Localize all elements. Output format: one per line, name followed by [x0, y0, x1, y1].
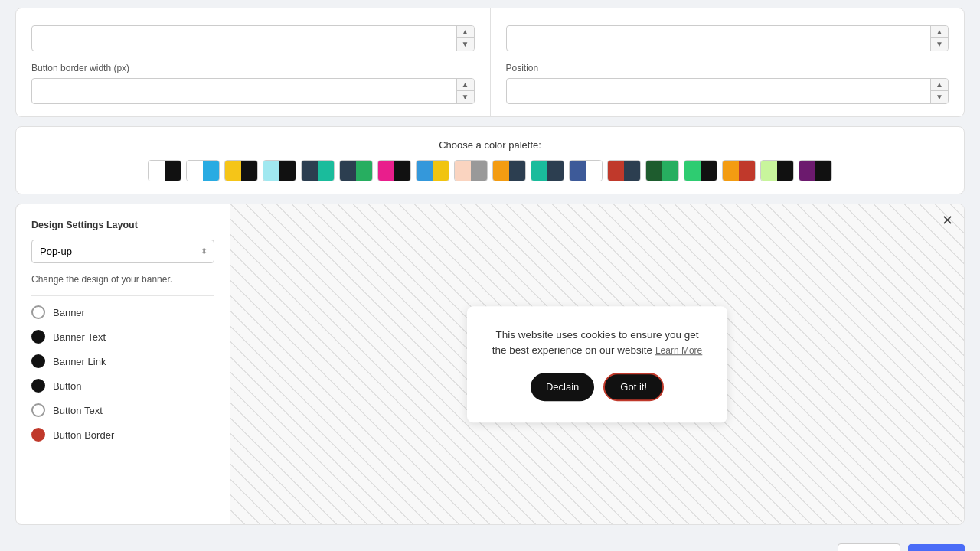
border-width-input[interactable]: 2	[32, 81, 456, 102]
change-design-text: Change the design of your banner.	[31, 274, 214, 285]
design-option-1[interactable]: Banner Text	[31, 330, 214, 344]
border-width-label: Button border width (px)	[31, 63, 475, 73]
color-swatch-13[interactable]	[645, 160, 679, 181]
border-width-up[interactable]: ▲	[457, 79, 474, 91]
left-settings: 20px ▲ ▼ Button border width (px) 2 ▲ ▼	[16, 8, 491, 116]
top-settings-card: 20px ▲ ▼ Button border width (px) 2 ▲ ▼	[15, 8, 965, 117]
close-button[interactable]: ✕	[942, 214, 953, 227]
color-swatch-15[interactable]	[722, 160, 756, 181]
right-panel: ✕ This website uses cookies to ensure yo…	[230, 204, 965, 525]
line-height-down[interactable]: ▼	[931, 38, 948, 51]
color-swatch-2[interactable]	[224, 160, 258, 181]
color-swatch-14[interactable]	[684, 160, 717, 181]
radio-button[interactable]	[31, 379, 45, 393]
border-width-spinner: ▲ ▼	[456, 79, 474, 103]
footer-bar: Cancel Save	[0, 534, 980, 551]
learn-more-link[interactable]: Learn More	[655, 346, 702, 357]
design-option-5[interactable]: Button Border	[31, 428, 214, 442]
select-arrow-icon: ⬍	[194, 246, 214, 256]
line-height-input-row: 20 ▲ ▼	[506, 25, 949, 51]
design-option-3[interactable]: Button	[31, 379, 214, 393]
page-wrapper: 20px ▲ ▼ Button border width (px) 2 ▲ ▼	[0, 0, 980, 551]
save-button[interactable]: Save	[908, 544, 965, 551]
design-option-2[interactable]: Banner Link	[31, 354, 214, 368]
option-label-4: Button Text	[53, 405, 103, 416]
radio-button-text[interactable]	[31, 403, 45, 417]
font-size-down[interactable]: ▼	[457, 38, 474, 51]
option-label-1: Banner Text	[53, 331, 106, 343]
option-label-5: Button Border	[53, 429, 114, 441]
font-size-up[interactable]: ▲	[457, 26, 474, 38]
position-label: Position	[506, 63, 949, 73]
line-height-input[interactable]: 20	[507, 28, 931, 49]
bottom-section: Design Settings Layout Pop-up Banner Bot…	[15, 204, 965, 525]
color-swatch-10[interactable]	[531, 160, 564, 181]
cookie-text: This website uses cookies to ensure you …	[492, 328, 703, 359]
color-swatch-16[interactable]	[760, 160, 794, 181]
color-swatch-8[interactable]	[454, 160, 488, 181]
divider	[31, 295, 214, 296]
color-swatch-12[interactable]	[607, 160, 641, 181]
border-width-input-row: 2 ▲ ▼	[31, 78, 475, 104]
radio-button-border[interactable]	[31, 428, 45, 442]
position-spinner: ▲ ▼	[930, 79, 948, 103]
font-size-input-row: 20px ▲ ▼	[31, 25, 475, 51]
radio-banner-text[interactable]	[31, 330, 45, 344]
position-input-row: Top ▲ ▼	[506, 78, 949, 104]
border-width-down[interactable]: ▼	[457, 91, 474, 103]
color-swatch-0[interactable]	[148, 160, 181, 181]
color-swatch-4[interactable]	[301, 160, 335, 181]
line-height-spinner: ▲ ▼	[930, 26, 948, 51]
cookie-popup: This website uses cookies to ensure you …	[467, 306, 727, 422]
radio-banner[interactable]	[31, 305, 45, 319]
design-label: Design Settings Layout	[31, 220, 214, 230]
line-height-up[interactable]: ▲	[931, 26, 948, 38]
color-swatch-11[interactable]	[569, 160, 603, 181]
color-swatch-9[interactable]	[492, 160, 526, 181]
palette-title: Choose a color palette:	[31, 139, 949, 151]
option-label-2: Banner Link	[53, 356, 106, 367]
left-panel: Design Settings Layout Pop-up Banner Bot…	[15, 204, 230, 525]
position-input[interactable]: Top	[507, 81, 931, 102]
position-down[interactable]: ▼	[931, 91, 948, 103]
color-swatch-3[interactable]	[263, 160, 296, 181]
option-label-3: Button	[53, 380, 82, 392]
position-up[interactable]: ▲	[931, 79, 948, 91]
cancel-button[interactable]: Cancel	[838, 543, 900, 551]
option-label-0: Banner	[53, 307, 85, 318]
color-swatch-7[interactable]	[416, 160, 449, 181]
design-option-4[interactable]: Button Text	[31, 403, 214, 417]
font-size-spinner: ▲ ▼	[456, 26, 474, 51]
color-swatch-5[interactable]	[339, 160, 373, 181]
gotit-button[interactable]: Got it!	[603, 373, 664, 401]
layout-select-row[interactable]: Pop-up Banner Bottom Bar ⬍	[31, 240, 214, 263]
top-section: 20px ▲ ▼ Button border width (px) 2 ▲ ▼	[0, 0, 980, 194]
palette-card: Choose a color palette:	[15, 126, 965, 194]
color-swatch-17[interactable]	[799, 160, 832, 181]
design-option-0[interactable]: Banner	[31, 305, 214, 319]
decline-button[interactable]: Declain	[531, 373, 594, 401]
palette-swatches	[31, 160, 949, 181]
right-settings: 20 ▲ ▼ Position Top ▲ ▼	[491, 8, 965, 116]
font-size-input[interactable]: 20px	[32, 28, 456, 49]
color-swatch-6[interactable]	[377, 160, 411, 181]
layout-select[interactable]: Pop-up Banner Bottom Bar	[32, 240, 194, 262]
radio-banner-link[interactable]	[31, 354, 45, 368]
cookie-buttons: Declain Got it!	[492, 373, 703, 401]
color-swatch-1[interactable]	[186, 160, 220, 181]
